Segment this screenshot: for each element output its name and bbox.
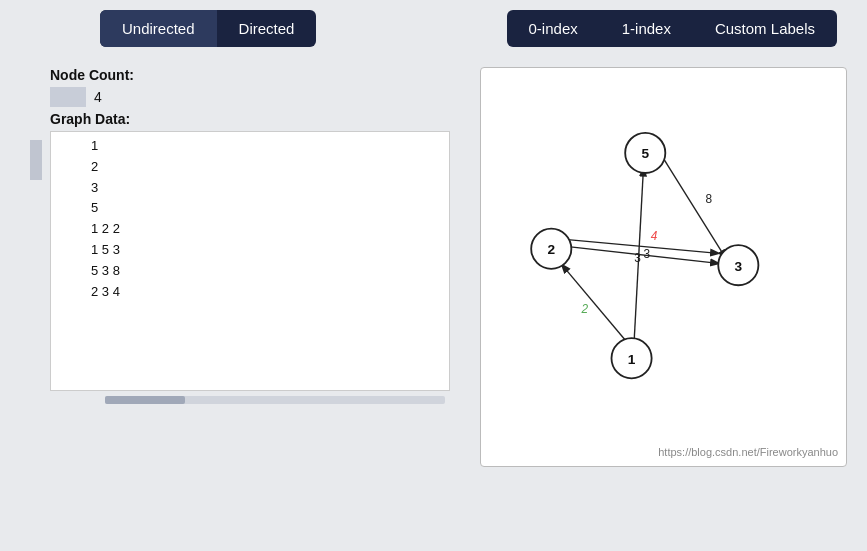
edge-1-2 bbox=[562, 265, 625, 340]
top-bar: Undirected Directed 0-index 1-index Cust… bbox=[0, 0, 867, 57]
edge-weight-2-3a: 3 bbox=[634, 251, 641, 265]
directed-button[interactable]: Directed bbox=[217, 10, 317, 47]
graph-data-textarea[interactable]: 1 2 3 5 1 2 2 1 5 3 5 3 8 2 3 4 bbox=[50, 131, 450, 391]
node-count-input[interactable] bbox=[50, 87, 86, 107]
graph-type-btn-group: Undirected Directed bbox=[100, 10, 316, 47]
graph-svg: 2 3 8 3 4 5 2 3 1 bbox=[481, 68, 846, 466]
edge-weight-2-3b: 4 bbox=[651, 229, 658, 243]
one-index-button[interactable]: 1-index bbox=[600, 10, 693, 47]
node-5-label: 5 bbox=[641, 146, 649, 161]
edge-weight-5-3: 8 bbox=[705, 192, 712, 206]
edge-weight-1-2: 2 bbox=[580, 302, 588, 316]
graph-visualization: 2 3 8 3 4 5 2 3 1 bbox=[480, 67, 847, 467]
node-2-label: 2 bbox=[547, 242, 555, 257]
left-scrollbar[interactable] bbox=[30, 138, 42, 378]
custom-labels-button[interactable]: Custom Labels bbox=[693, 10, 837, 47]
undirected-button[interactable]: Undirected bbox=[100, 10, 217, 47]
edge-5-3 bbox=[662, 156, 726, 258]
scrollbar-x-thumb bbox=[105, 396, 185, 404]
edge-weight-1-5: 3 bbox=[643, 247, 650, 261]
graph-data-wrapper: 1 2 3 5 1 2 2 1 5 3 5 3 8 2 3 4 bbox=[50, 131, 450, 394]
node-count-label: Node Count: bbox=[50, 67, 134, 83]
node-count-row: Node Count: bbox=[20, 67, 460, 83]
left-scrollbar-thumb bbox=[30, 140, 42, 180]
scrollbar-x-track bbox=[105, 396, 445, 404]
zero-index-button[interactable]: 0-index bbox=[507, 10, 600, 47]
horizontal-scrollbar[interactable] bbox=[50, 394, 450, 406]
left-panel: Node Count: 4 Graph Data: 1 2 3 5 1 2 2 … bbox=[20, 67, 460, 467]
node-count-value: 4 bbox=[94, 89, 102, 105]
watermark: https://blog.csdn.net/Fireworkyanhuo bbox=[658, 446, 838, 458]
main-content: Node Count: 4 Graph Data: 1 2 3 5 1 2 2 … bbox=[0, 57, 867, 477]
index-type-btn-group: 0-index 1-index Custom Labels bbox=[507, 10, 837, 47]
node-3-label: 3 bbox=[735, 259, 743, 274]
graph-data-label: Graph Data: bbox=[20, 111, 460, 127]
node-1-label: 1 bbox=[628, 352, 636, 367]
